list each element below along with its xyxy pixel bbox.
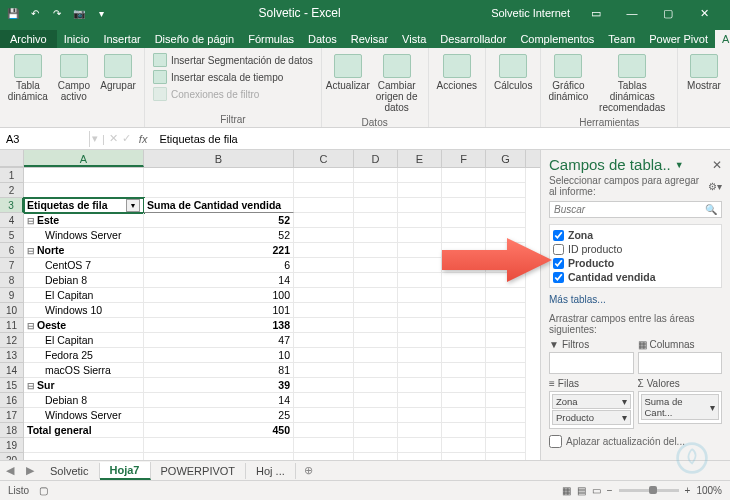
cell[interactable]: Total general: [24, 423, 144, 438]
actions-button[interactable]: Acciones: [435, 52, 480, 93]
row-header[interactable]: 1: [0, 168, 24, 183]
minimize-icon[interactable]: —: [622, 5, 642, 21]
cell[interactable]: [442, 258, 486, 273]
col-header-g[interactable]: G: [486, 150, 526, 167]
cell[interactable]: [486, 303, 526, 318]
row-header[interactable]: 2: [0, 183, 24, 198]
sheet-tab[interactable]: Solvetic: [40, 463, 100, 479]
row-pill[interactable]: Producto▾: [552, 410, 631, 425]
filters-dropzone[interactable]: [549, 352, 634, 374]
field-item[interactable]: ID producto: [553, 242, 718, 256]
cell[interactable]: [442, 198, 486, 213]
cell[interactable]: [144, 453, 294, 460]
cell[interactable]: [294, 288, 354, 303]
cell[interactable]: [442, 288, 486, 303]
row-header[interactable]: 11: [0, 318, 24, 333]
cell[interactable]: [144, 168, 294, 183]
cell[interactable]: ⊟Sur: [24, 378, 144, 393]
cell[interactable]: [486, 168, 526, 183]
cell[interactable]: [354, 423, 398, 438]
cell[interactable]: [354, 303, 398, 318]
col-header-c[interactable]: C: [294, 150, 354, 167]
cell[interactable]: [354, 288, 398, 303]
zoom-level[interactable]: 100%: [696, 485, 722, 496]
row-header[interactable]: 16: [0, 393, 24, 408]
row-header[interactable]: 9: [0, 288, 24, 303]
cell[interactable]: [398, 393, 442, 408]
calculations-button[interactable]: Cálculos: [492, 52, 534, 93]
cell[interactable]: 14: [144, 273, 294, 288]
namebox-dropdown-icon[interactable]: ▾: [90, 132, 100, 145]
tab-formulas[interactable]: Fórmulas: [241, 30, 301, 48]
cell[interactable]: [294, 408, 354, 423]
cell[interactable]: [486, 378, 526, 393]
tab-vista[interactable]: Vista: [395, 30, 433, 48]
refresh-button[interactable]: Actualizar: [328, 52, 368, 93]
cell[interactable]: [486, 228, 526, 243]
sheet-tab[interactable]: POWERPIVOT: [151, 463, 247, 479]
pivottable-button[interactable]: Tabla dinámica: [6, 52, 50, 104]
cell[interactable]: [486, 438, 526, 453]
sheet-nav-next-icon[interactable]: ▶: [20, 464, 40, 477]
filter-connections-button[interactable]: Conexiones de filtro: [151, 86, 315, 102]
account-name[interactable]: Solvetic Internet: [491, 7, 570, 19]
field-checkbox[interactable]: [553, 272, 564, 283]
cell[interactable]: [398, 438, 442, 453]
cell[interactable]: [398, 213, 442, 228]
row-header[interactable]: 15: [0, 378, 24, 393]
cell[interactable]: [354, 198, 398, 213]
cell[interactable]: ⊟Oeste: [24, 318, 144, 333]
cell[interactable]: [398, 303, 442, 318]
row-header[interactable]: 4: [0, 213, 24, 228]
camera-icon[interactable]: 📷: [72, 6, 86, 20]
field-search[interactable]: 🔍: [549, 201, 722, 218]
insert-timeline-button[interactable]: Insertar escala de tiempo: [151, 69, 315, 85]
formula-input[interactable]: Etiquetas de fila: [153, 131, 730, 147]
cell[interactable]: [144, 183, 294, 198]
insert-slicer-button[interactable]: Insertar Segmentación de datos: [151, 52, 315, 68]
cell[interactable]: [486, 348, 526, 363]
row-header[interactable]: 8: [0, 273, 24, 288]
tab-diseno-pagina[interactable]: Diseño de págin: [148, 30, 242, 48]
row-header[interactable]: 19: [0, 438, 24, 453]
cell[interactable]: Fedora 25: [24, 348, 144, 363]
cell[interactable]: [442, 213, 486, 228]
recommended-pivottables-button[interactable]: Tablas dinámicas recomendadas: [593, 52, 671, 115]
row-header[interactable]: 7: [0, 258, 24, 273]
sheet-nav-prev-icon[interactable]: ◀: [0, 464, 20, 477]
cell[interactable]: [486, 393, 526, 408]
row-header[interactable]: 14: [0, 363, 24, 378]
tab-insertar[interactable]: Insertar: [96, 30, 147, 48]
cell[interactable]: Windows Server: [24, 228, 144, 243]
cell[interactable]: 47: [144, 333, 294, 348]
undo-icon[interactable]: ↶: [28, 6, 42, 20]
cell[interactable]: macOS Sierra: [24, 363, 144, 378]
row-header[interactable]: 17: [0, 408, 24, 423]
cell[interactable]: [24, 453, 144, 460]
col-header-d[interactable]: D: [354, 150, 398, 167]
cell[interactable]: [442, 348, 486, 363]
row-header[interactable]: 18: [0, 423, 24, 438]
cell[interactable]: ⊟Norte: [24, 243, 144, 258]
cell[interactable]: [486, 258, 526, 273]
cell[interactable]: Suma de Cantidad vendida: [144, 198, 294, 213]
cell[interactable]: [294, 423, 354, 438]
cell[interactable]: [398, 288, 442, 303]
cell[interactable]: [294, 303, 354, 318]
cell[interactable]: [398, 408, 442, 423]
cell[interactable]: [294, 228, 354, 243]
cell[interactable]: [354, 408, 398, 423]
cell[interactable]: 81: [144, 363, 294, 378]
accept-formula-icon[interactable]: ✓: [120, 132, 133, 145]
cell[interactable]: [294, 183, 354, 198]
cell[interactable]: [354, 228, 398, 243]
change-source-button[interactable]: Cambiar origen de datos: [372, 52, 422, 115]
cell[interactable]: [442, 408, 486, 423]
ribbon-options-icon[interactable]: ▭: [586, 5, 606, 21]
cell[interactable]: [442, 168, 486, 183]
cell[interactable]: [398, 168, 442, 183]
cell[interactable]: [442, 378, 486, 393]
cell[interactable]: [442, 423, 486, 438]
tab-analizar[interactable]: Analizar: [715, 30, 730, 48]
filter-dropdown-icon[interactable]: ▼: [126, 199, 140, 212]
